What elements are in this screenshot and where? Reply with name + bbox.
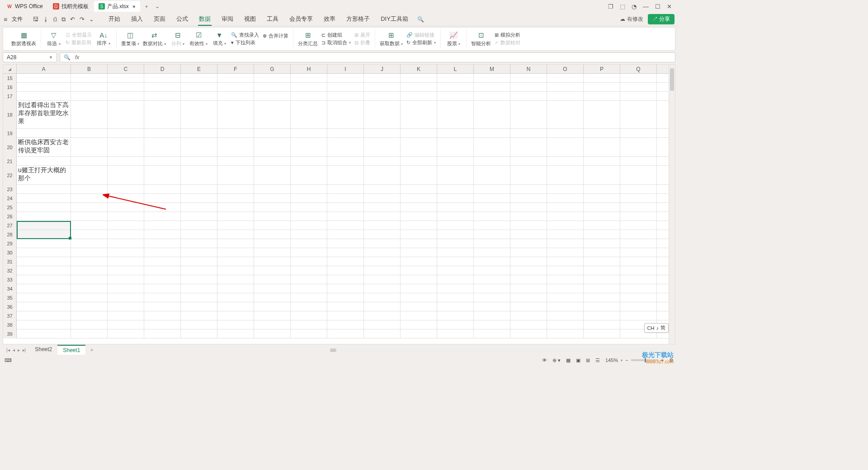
cell-E16[interactable] [181, 83, 217, 91]
cell-Q18[interactable] [620, 101, 657, 128]
cell-H26[interactable] [291, 212, 327, 221]
cell-D16[interactable] [144, 83, 181, 91]
menu-tab-11[interactable]: DIY工具箱 [380, 13, 409, 26]
consolidate-button[interactable]: ⊕合并计算 [263, 33, 288, 39]
row-header[interactable]: 31 [3, 257, 17, 266]
cell-M30[interactable] [474, 248, 510, 257]
cell-F35[interactable] [217, 293, 254, 302]
show-all-button[interactable]: ☷全部显示 [66, 32, 92, 38]
fill-button[interactable]: ▼填充 ▾ [211, 31, 227, 47]
cell-M35[interactable] [474, 293, 510, 302]
row-header[interactable]: 26 [3, 212, 17, 221]
cell-Q33[interactable] [620, 275, 657, 284]
cell-L23[interactable] [437, 185, 474, 193]
col-header-L[interactable]: L [437, 65, 474, 73]
cell-K25[interactable] [401, 203, 437, 212]
cell-C31[interactable] [108, 257, 144, 266]
cell-C27[interactable] [108, 221, 144, 230]
cell-K26[interactable] [401, 212, 437, 221]
cell-J19[interactable] [364, 129, 401, 137]
cell-I19[interactable] [327, 129, 364, 137]
cell-H33[interactable] [291, 275, 327, 284]
cell-O34[interactable] [547, 284, 584, 293]
cell-M28[interactable] [474, 230, 510, 239]
row-header[interactable]: 32 [3, 266, 17, 275]
horizontal-scrollbar[interactable] [103, 348, 671, 352]
col-header-N[interactable]: N [510, 65, 547, 73]
cell-O25[interactable] [547, 203, 584, 212]
cell-M24[interactable] [474, 194, 510, 202]
cell-P21[interactable] [584, 157, 620, 165]
cell-B27[interactable] [71, 221, 108, 230]
cell-H25[interactable] [291, 203, 327, 212]
cell-K16[interactable] [401, 83, 437, 91]
cell-L36[interactable] [437, 302, 474, 311]
cell-E33[interactable] [181, 275, 217, 284]
cell-G27[interactable] [254, 221, 291, 230]
export-icon[interactable]: ⭳ [43, 16, 49, 23]
cell-B18[interactable] [71, 101, 108, 128]
cell-F22[interactable] [217, 166, 254, 184]
menu-tab-8[interactable]: 会员专享 [288, 13, 314, 26]
preview-icon[interactable]: ⧉ [61, 16, 66, 23]
cell-D29[interactable] [144, 239, 181, 248]
file-menu[interactable]: 文件 [12, 15, 23, 23]
cell-P39[interactable] [584, 329, 620, 338]
app-tab[interactable]: W WPS Office [2, 1, 47, 12]
cell-K38[interactable] [401, 320, 437, 329]
cell-H29[interactable] [291, 239, 327, 248]
add-sheet-button[interactable]: ＋ [85, 346, 98, 354]
cell-K23[interactable] [401, 185, 437, 193]
cell-H16[interactable] [291, 83, 327, 91]
sheet-tab-Sheet2[interactable]: Sheet2 [29, 345, 57, 355]
cell-G20[interactable] [254, 138, 291, 156]
target-icon[interactable]: ⊕ ▾ [552, 357, 561, 363]
cell-K34[interactable] [401, 284, 437, 293]
cell-Q19[interactable] [620, 129, 657, 137]
row-header[interactable]: 16 [3, 83, 17, 92]
cell-C25[interactable] [108, 203, 144, 212]
col-header-J[interactable]: J [364, 65, 401, 73]
row-header[interactable]: 22 [3, 166, 17, 185]
cell-M26[interactable] [474, 212, 510, 221]
cell-C35[interactable] [108, 293, 144, 302]
cell-P32[interactable] [584, 266, 620, 275]
cell-G29[interactable] [254, 239, 291, 248]
cell-M19[interactable] [474, 129, 510, 137]
cell-M34[interactable] [474, 284, 510, 293]
cell-G33[interactable] [254, 275, 291, 284]
cell-E32[interactable] [181, 266, 217, 275]
cell-J36[interactable] [364, 302, 401, 311]
cell-F31[interactable] [217, 257, 254, 266]
cell-I34[interactable] [327, 284, 364, 293]
cell-D39[interactable] [144, 329, 181, 338]
cell-Q27[interactable] [620, 221, 657, 230]
cell-A26[interactable] [17, 212, 71, 221]
cell-D28[interactable] [144, 230, 181, 239]
col-header-K[interactable]: K [401, 65, 437, 73]
cell-G39[interactable] [254, 329, 291, 338]
cell-M31[interactable] [474, 257, 510, 266]
cell-P15[interactable] [584, 74, 620, 82]
cell-D33[interactable] [144, 275, 181, 284]
cell-A31[interactable] [17, 257, 71, 266]
cell-B25[interactable] [71, 203, 108, 212]
cell-K22[interactable] [401, 166, 437, 184]
row-header[interactable]: 33 [3, 275, 17, 284]
cell-B30[interactable] [71, 248, 108, 257]
cell-K27[interactable] [401, 221, 437, 230]
cell-P35[interactable] [584, 293, 620, 302]
cell-D30[interactable] [144, 248, 181, 257]
zoom-slider[interactable] [631, 359, 658, 361]
cell-F29[interactable] [217, 239, 254, 248]
cell-O31[interactable] [547, 257, 584, 266]
cell-I27[interactable] [327, 221, 364, 230]
col-header-E[interactable]: E [181, 65, 217, 73]
cell-O38[interactable] [547, 320, 584, 329]
cell-J24[interactable] [364, 194, 401, 202]
cell-C17[interactable] [108, 92, 144, 100]
cell-D38[interactable] [144, 320, 181, 329]
cell-M29[interactable] [474, 239, 510, 248]
avatar-icon[interactable]: ◔ [632, 3, 637, 10]
cell-L19[interactable] [437, 129, 474, 137]
